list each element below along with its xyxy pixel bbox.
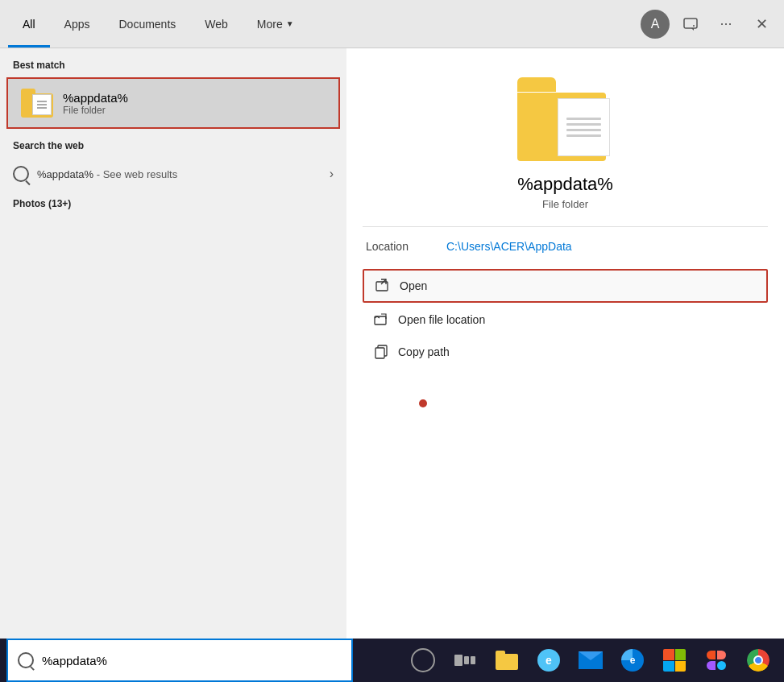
- cortana-icon: [411, 648, 435, 672]
- file-explorer-icon: [496, 651, 518, 670]
- taskbar-icon-file-explorer[interactable]: [487, 639, 526, 682]
- search-icon: [13, 166, 29, 182]
- folder-icon: [21, 89, 53, 118]
- taskbar-icon-mail[interactable]: [571, 639, 610, 682]
- best-match-label: Best match: [0, 48, 346, 77]
- taskbar: e e: [0, 639, 784, 682]
- divider: [363, 226, 768, 227]
- chevron-down-icon: ▼: [286, 19, 294, 28]
- open-action[interactable]: Open: [363, 269, 768, 303]
- svg-rect-0: [684, 19, 697, 28]
- taskbar-icon-store[interactable]: [655, 639, 694, 682]
- copy-path-label: Copy path: [398, 345, 450, 358]
- tab-web[interactable]: Web: [190, 0, 243, 48]
- open-label: Open: [400, 279, 427, 292]
- mail-icon: [579, 651, 603, 669]
- red-dot-indicator: [419, 399, 427, 407]
- right-item-name: %appdata%: [517, 174, 613, 195]
- taskbar-icon-ie[interactable]: e: [529, 639, 568, 682]
- nav-bar: All Apps Documents Web More ▼ A: [0, 0, 784, 48]
- search-bar-container[interactable]: [6, 639, 353, 682]
- nav-tabs: All Apps Documents Web More ▼: [8, 0, 309, 48]
- svg-point-1: [693, 25, 695, 27]
- right-item-type: File folder: [542, 198, 588, 210]
- user-avatar[interactable]: A: [641, 10, 670, 39]
- taskbar-icon-edge[interactable]: e: [613, 639, 652, 682]
- best-match-name: %appdata%: [63, 91, 128, 105]
- taskbar-icons: e e: [404, 639, 778, 682]
- action-list: Open Open file location: [363, 269, 768, 367]
- open-icon: [374, 277, 392, 295]
- taskbar-icon-chrome[interactable]: [739, 639, 778, 682]
- arrow-right-icon: ›: [330, 167, 334, 181]
- open-file-location-label: Open file location: [398, 313, 485, 326]
- taskbar-icon-figma[interactable]: [697, 639, 736, 682]
- search-input[interactable]: [42, 654, 342, 668]
- search-window: All Apps Documents Web More ▼ A: [0, 0, 784, 682]
- right-panel-content: %appdata% File folder Location C:\Users\…: [346, 72, 784, 432]
- tab-more[interactable]: More ▼: [243, 0, 309, 48]
- ie-icon: e: [537, 649, 560, 672]
- tab-documents[interactable]: Documents: [104, 0, 190, 48]
- best-match-info: %appdata% File folder: [63, 91, 128, 116]
- feedback-button[interactable]: [676, 10, 705, 39]
- copy-path-action[interactable]: Copy path: [363, 337, 768, 367]
- taskbar-search-icon: [18, 652, 34, 668]
- tab-apps[interactable]: Apps: [50, 0, 105, 48]
- indicator-area: [346, 367, 784, 432]
- svg-rect-6: [375, 348, 384, 358]
- left-panel: Best match %appdata% File folder: [0, 48, 346, 639]
- chrome-icon: [747, 649, 769, 672]
- close-button[interactable]: ✕: [747, 10, 776, 39]
- figma-icon: [706, 649, 727, 672]
- tab-all[interactable]: All: [8, 0, 50, 48]
- feedback-icon: [682, 16, 699, 32]
- taskbar-icon-cortana[interactable]: [404, 639, 442, 682]
- best-match-type: File folder: [63, 105, 128, 116]
- best-match-item[interactable]: %appdata% File folder: [6, 77, 340, 129]
- big-folder-icon: [517, 72, 614, 161]
- right-panel: %appdata% File folder Location C:\Users\…: [346, 48, 784, 639]
- location-label: Location: [366, 240, 446, 253]
- nav-right-controls: A ··· ✕: [641, 10, 776, 39]
- main-content: Best match %appdata% File folder: [0, 48, 784, 639]
- ellipsis-button[interactable]: ···: [711, 10, 740, 39]
- photos-label: Photos (13+): [0, 190, 346, 216]
- location-row: Location C:\Users\ACER\AppData: [363, 240, 768, 253]
- copy-path-icon: [372, 343, 390, 361]
- open-file-location-icon: [372, 311, 390, 329]
- svg-rect-4: [375, 316, 386, 324]
- edge-icon: e: [621, 649, 644, 672]
- web-search-text: %appdata% - See web results: [37, 168, 177, 180]
- open-file-location-action[interactable]: Open file location: [363, 304, 768, 335]
- taskbar-icon-taskview[interactable]: [446, 639, 484, 682]
- location-path-link[interactable]: C:\Users\ACER\AppData: [446, 240, 572, 253]
- web-search-label: Search the web: [0, 129, 346, 158]
- task-view-icon: [454, 655, 475, 666]
- web-search-item[interactable]: %appdata% - See web results ›: [0, 158, 346, 190]
- store-icon: [663, 649, 686, 672]
